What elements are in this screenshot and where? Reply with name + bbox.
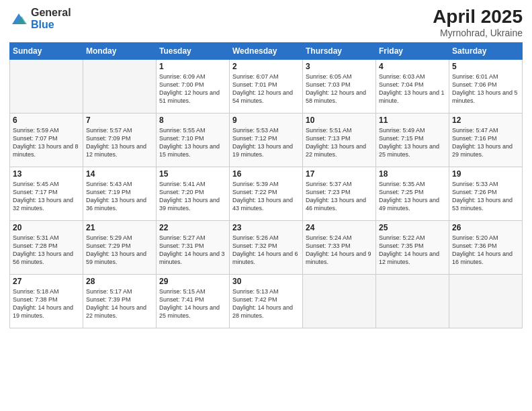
day-number: 27: [13, 277, 80, 286]
table-row: 26Sunrise: 5:20 AM Sunset: 7:36 PM Dayli…: [449, 220, 523, 274]
day-info: Sunrise: 5:26 AM Sunset: 7:32 PM Dayligh…: [232, 234, 300, 267]
day-number: 19: [452, 169, 519, 179]
day-info: Sunrise: 6:01 AM Sunset: 7:06 PM Dayligh…: [452, 73, 519, 105]
table-row: [449, 274, 523, 328]
table-row: 1Sunrise: 6:09 AM Sunset: 7:00 PM Daylig…: [157, 59, 230, 113]
day-info: Sunrise: 5:31 AM Sunset: 7:28 PM Dayligh…: [13, 234, 80, 267]
table-row: 10Sunrise: 5:51 AM Sunset: 7:13 PM Dayli…: [303, 113, 376, 167]
logo-icon: [9, 9, 28, 28]
day-info: Sunrise: 5:20 AM Sunset: 7:36 PM Dayligh…: [452, 234, 519, 267]
day-info: Sunrise: 5:51 AM Sunset: 7:13 PM Dayligh…: [306, 126, 373, 159]
col-friday: Friday: [376, 42, 449, 59]
day-number: 22: [159, 223, 226, 232]
day-number: 2: [232, 62, 300, 71]
day-number: 11: [379, 116, 446, 125]
day-info: Sunrise: 5:57 AM Sunset: 7:09 PM Dayligh…: [86, 126, 153, 159]
day-info: Sunrise: 6:09 AM Sunset: 7:00 PM Dayligh…: [159, 73, 226, 105]
day-info: Sunrise: 6:05 AM Sunset: 7:03 PM Dayligh…: [306, 73, 373, 105]
day-info: Sunrise: 5:49 AM Sunset: 7:15 PM Dayligh…: [379, 126, 446, 159]
table-row: 29Sunrise: 5:15 AM Sunset: 7:41 PM Dayli…: [157, 274, 230, 328]
col-sunday: Sunday: [10, 42, 83, 59]
day-number: 26: [452, 223, 519, 232]
day-number: 13: [13, 169, 80, 179]
logo: General Blue: [9, 7, 71, 30]
table-row: 7Sunrise: 5:57 AM Sunset: 7:09 PM Daylig…: [83, 113, 157, 167]
day-info: Sunrise: 5:53 AM Sunset: 7:12 PM Dayligh…: [232, 126, 300, 159]
day-number: 15: [159, 169, 226, 179]
table-row: 6Sunrise: 5:59 AM Sunset: 7:07 PM Daylig…: [10, 113, 83, 167]
table-row: 2Sunrise: 6:07 AM Sunset: 7:01 PM Daylig…: [230, 59, 303, 113]
day-number: 14: [86, 169, 153, 179]
table-row: 23Sunrise: 5:26 AM Sunset: 7:32 PM Dayli…: [230, 220, 303, 274]
day-number: 1: [159, 62, 226, 71]
table-row: 12Sunrise: 5:47 AM Sunset: 7:16 PM Dayli…: [449, 113, 523, 167]
day-info: Sunrise: 5:17 AM Sunset: 7:39 PM Dayligh…: [86, 287, 153, 320]
calendar-week-1: 1Sunrise: 6:09 AM Sunset: 7:00 PM Daylig…: [10, 59, 523, 113]
header: General Blue April 2025 Myrnohrad, Ukrai…: [9, 7, 523, 38]
table-row: 4Sunrise: 6:03 AM Sunset: 7:04 PM Daylig…: [376, 59, 449, 113]
day-number: 21: [86, 223, 153, 232]
day-info: Sunrise: 5:37 AM Sunset: 7:23 PM Dayligh…: [306, 180, 373, 213]
col-thursday: Thursday: [303, 42, 376, 59]
calendar: Sunday Monday Tuesday Wednesday Thursday…: [9, 42, 523, 328]
table-row: 9Sunrise: 5:53 AM Sunset: 7:12 PM Daylig…: [230, 113, 303, 167]
day-info: Sunrise: 5:55 AM Sunset: 7:10 PM Dayligh…: [159, 126, 226, 159]
day-info: Sunrise: 5:27 AM Sunset: 7:31 PM Dayligh…: [159, 234, 226, 267]
title-block: April 2025 Myrnohrad, Ukraine: [433, 7, 523, 38]
table-row: 3Sunrise: 6:05 AM Sunset: 7:03 PM Daylig…: [303, 59, 376, 113]
day-number: 4: [379, 62, 446, 71]
col-wednesday: Wednesday: [230, 42, 303, 59]
table-row: 11Sunrise: 5:49 AM Sunset: 7:15 PM Dayli…: [376, 113, 449, 167]
day-number: 5: [452, 62, 519, 71]
day-number: 30: [232, 277, 300, 286]
table-row: 25Sunrise: 5:22 AM Sunset: 7:35 PM Dayli…: [376, 220, 449, 274]
table-row: 14Sunrise: 5:43 AM Sunset: 7:19 PM Dayli…: [83, 167, 157, 220]
day-number: 18: [379, 169, 446, 179]
day-number: 9: [232, 116, 300, 125]
day-number: 20: [13, 223, 80, 232]
table-row: [10, 59, 83, 113]
table-row: 8Sunrise: 5:55 AM Sunset: 7:10 PM Daylig…: [157, 113, 230, 167]
day-number: 23: [232, 223, 300, 232]
table-row: 15Sunrise: 5:41 AM Sunset: 7:20 PM Dayli…: [157, 167, 230, 220]
logo-blue: Blue: [31, 19, 71, 31]
col-monday: Monday: [83, 42, 157, 59]
table-row: 30Sunrise: 5:13 AM Sunset: 7:42 PM Dayli…: [230, 274, 303, 328]
day-info: Sunrise: 5:18 AM Sunset: 7:38 PM Dayligh…: [13, 287, 80, 320]
calendar-week-3: 13Sunrise: 5:45 AM Sunset: 7:17 PM Dayli…: [10, 167, 523, 220]
day-info: Sunrise: 5:29 AM Sunset: 7:29 PM Dayligh…: [86, 234, 153, 267]
day-number: 17: [306, 169, 373, 179]
day-info: Sunrise: 5:35 AM Sunset: 7:25 PM Dayligh…: [379, 180, 446, 213]
day-number: 7: [86, 116, 153, 125]
day-info: Sunrise: 6:03 AM Sunset: 7:04 PM Dayligh…: [379, 73, 446, 105]
month-title: April 2025: [433, 7, 523, 28]
table-row: [303, 274, 376, 328]
day-info: Sunrise: 5:24 AM Sunset: 7:33 PM Dayligh…: [306, 234, 373, 267]
day-info: Sunrise: 5:22 AM Sunset: 7:35 PM Dayligh…: [379, 234, 446, 267]
day-number: 29: [159, 277, 226, 286]
table-row: 28Sunrise: 5:17 AM Sunset: 7:39 PM Dayli…: [83, 274, 157, 328]
day-number: 25: [379, 223, 446, 232]
table-row: 24Sunrise: 5:24 AM Sunset: 7:33 PM Dayli…: [303, 220, 376, 274]
table-row: 18Sunrise: 5:35 AM Sunset: 7:25 PM Dayli…: [376, 167, 449, 220]
calendar-week-2: 6Sunrise: 5:59 AM Sunset: 7:07 PM Daylig…: [10, 113, 523, 167]
table-row: 5Sunrise: 6:01 AM Sunset: 7:06 PM Daylig…: [449, 59, 523, 113]
day-info: Sunrise: 5:15 AM Sunset: 7:41 PM Dayligh…: [159, 287, 226, 320]
logo-general: General: [31, 7, 71, 19]
col-saturday: Saturday: [449, 42, 523, 59]
calendar-week-5: 27Sunrise: 5:18 AM Sunset: 7:38 PM Dayli…: [10, 274, 523, 328]
day-info: Sunrise: 5:47 AM Sunset: 7:16 PM Dayligh…: [452, 126, 519, 159]
page: General Blue April 2025 Myrnohrad, Ukrai…: [0, 0, 532, 411]
table-row: 22Sunrise: 5:27 AM Sunset: 7:31 PM Dayli…: [157, 220, 230, 274]
location-subtitle: Myrnohrad, Ukraine: [433, 28, 523, 38]
calendar-week-4: 20Sunrise: 5:31 AM Sunset: 7:28 PM Dayli…: [10, 220, 523, 274]
table-row: 13Sunrise: 5:45 AM Sunset: 7:17 PM Dayli…: [10, 167, 83, 220]
day-number: 3: [306, 62, 373, 71]
col-tuesday: Tuesday: [157, 42, 230, 59]
day-info: Sunrise: 5:43 AM Sunset: 7:19 PM Dayligh…: [86, 180, 153, 213]
table-row: 21Sunrise: 5:29 AM Sunset: 7:29 PM Dayli…: [83, 220, 157, 274]
table-row: 27Sunrise: 5:18 AM Sunset: 7:38 PM Dayli…: [10, 274, 83, 328]
day-number: 16: [232, 169, 300, 179]
day-info: Sunrise: 5:33 AM Sunset: 7:26 PM Dayligh…: [452, 180, 519, 213]
day-number: 6: [13, 116, 80, 125]
